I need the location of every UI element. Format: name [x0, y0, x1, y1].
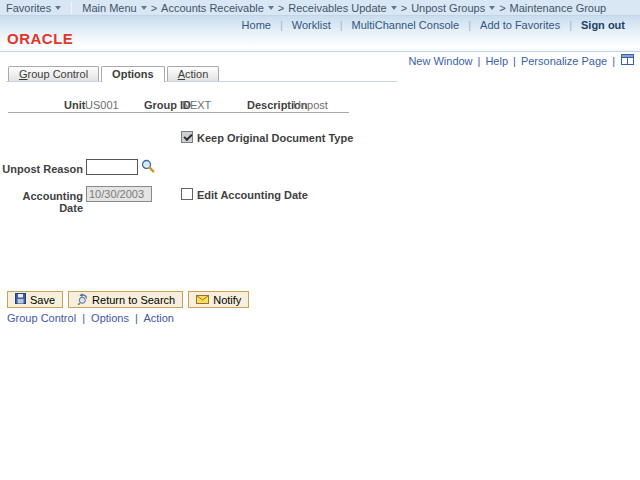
tab-label: Options: [112, 68, 154, 80]
link-separator: |: [135, 312, 138, 324]
breadcrumb-receivables-update[interactable]: Receivables Update: [288, 2, 396, 14]
breadcrumb-label: Maintenance Group: [510, 2, 607, 14]
return-to-search-icon: [76, 293, 88, 307]
breadcrumb-bar: Favorites Main Menu > Accounts Receivabl…: [0, 0, 640, 16]
notify-label: Notify: [213, 294, 241, 306]
accounting-date-input: [86, 186, 152, 202]
link-separator: |: [468, 19, 471, 31]
page-action-bar: New Window | Help | Personalize Page |: [405, 54, 634, 67]
tab-accesskey: G: [19, 68, 28, 80]
save-icon: [15, 293, 26, 306]
return-to-search-button[interactable]: Return to Search: [68, 291, 183, 308]
keep-original-document-type-checkbox: [181, 131, 193, 143]
edit-accounting-date-checkbox[interactable]: [181, 188, 193, 200]
footer-link-options[interactable]: Options: [91, 312, 129, 324]
breadcrumb-separator: >: [499, 2, 505, 14]
header-band: Home | Worklist | MultiChannel Console |…: [0, 16, 640, 52]
unit-value: US001: [85, 99, 119, 111]
link-separator: |: [280, 19, 283, 31]
keep-original-document-type-label: Keep Original Document Type: [197, 132, 353, 144]
breadcrumb-separator: >: [401, 2, 407, 14]
tab-accesskey: A: [178, 68, 185, 80]
caret-down-icon: [268, 6, 274, 10]
description-value: Unpost: [293, 99, 328, 111]
tab-label: roup Control: [28, 68, 89, 80]
save-button[interactable]: Save: [7, 291, 63, 308]
favorites-menu[interactable]: Favorites: [6, 2, 61, 14]
sign-out-link[interactable]: Sign out: [581, 19, 625, 31]
help-link[interactable]: Help: [485, 55, 508, 67]
link-separator: |: [513, 55, 516, 67]
return-to-search-label: Return to Search: [92, 294, 175, 306]
personalize-grid-icon[interactable]: [621, 54, 634, 67]
new-window-link[interactable]: New Window: [408, 55, 472, 67]
breadcrumb-label: Accounts Receivable: [161, 2, 264, 14]
unpost-reason-input[interactable]: [86, 159, 138, 175]
save-label: Save: [30, 294, 55, 306]
personalize-page-link[interactable]: Personalize Page: [521, 55, 607, 67]
tab-options[interactable]: Options: [101, 66, 165, 82]
main-menu[interactable]: Main Menu: [82, 2, 146, 14]
lookup-magnifier-icon[interactable]: [141, 159, 155, 175]
breadcrumb-unpost-groups[interactable]: Unpost Groups: [411, 2, 495, 14]
notify-envelope-icon: [196, 294, 209, 306]
edit-accounting-date-label: Edit Accounting Date: [197, 189, 308, 201]
link-separator: |: [82, 312, 85, 324]
link-separator: |: [340, 19, 343, 31]
worklist-link[interactable]: Worklist: [292, 19, 331, 31]
footer-link-action[interactable]: Action: [143, 312, 174, 324]
tab-label: ction: [185, 68, 208, 80]
group-id-value: NEXT: [182, 99, 211, 111]
caret-down-icon: [489, 6, 495, 10]
caret-down-icon: [141, 6, 147, 10]
favorites-label: Favorites: [6, 2, 51, 14]
add-to-favorites-link[interactable]: Add to Favorites: [480, 19, 560, 31]
caret-down-icon: [391, 6, 397, 10]
topbar-divider: [71, 2, 72, 14]
breadcrumb-label: Unpost Groups: [411, 2, 485, 14]
link-separator: |: [569, 19, 572, 31]
breadcrumb-label: Receivables Update: [288, 2, 386, 14]
footer-link-group-control[interactable]: Group Control: [7, 312, 76, 324]
accounting-date-label: Accounting Date: [0, 190, 83, 214]
record-divider: [8, 112, 349, 113]
link-separator: |: [612, 55, 615, 67]
tab-group-control[interactable]: Group Control: [8, 66, 99, 81]
header-links: Home | Worklist | MultiChannel Console |…: [235, 19, 632, 31]
breadcrumb-separator: >: [151, 2, 157, 14]
unpost-reason-label: Unpost Reason: [0, 163, 83, 175]
caret-down-icon: [55, 6, 61, 10]
footer-page-links: Group Control | Options | Action: [7, 312, 174, 324]
home-link[interactable]: Home: [242, 19, 271, 31]
breadcrumb-maintenance-group: Maintenance Group: [510, 2, 607, 14]
unit-label: Unit: [64, 99, 85, 111]
main-menu-label: Main Menu: [82, 2, 136, 14]
breadcrumb-accounts-receivable[interactable]: Accounts Receivable: [161, 2, 274, 14]
oracle-logo: ORACLE: [7, 30, 73, 47]
link-separator: |: [478, 55, 481, 67]
peoplesoft-page: Favorites Main Menu > Accounts Receivabl…: [0, 0, 640, 480]
page-toolbar: Save Return to Search Notify: [7, 291, 249, 308]
notify-button[interactable]: Notify: [188, 291, 249, 308]
breadcrumb-separator: >: [278, 2, 284, 14]
tab-strip: Group Control Options Action: [6, 66, 397, 82]
tab-action[interactable]: Action: [167, 66, 220, 81]
multichannel-console-link[interactable]: MultiChannel Console: [352, 19, 460, 31]
